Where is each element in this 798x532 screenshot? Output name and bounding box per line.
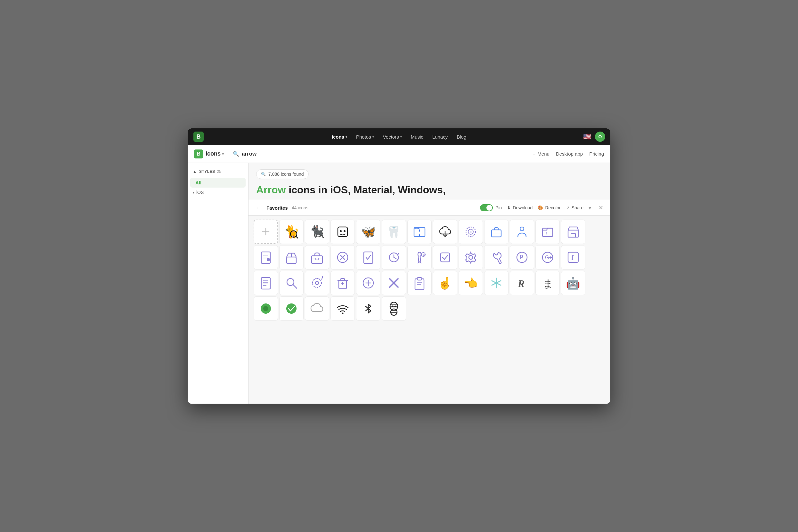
nav-photos[interactable]: Photos ▾ (356, 134, 374, 139)
chevron-down-icon: ▾ (222, 152, 224, 156)
icon-pin-settings[interactable]: ⚙ (407, 245, 432, 269)
icon-toolbox[interactable] (305, 245, 329, 269)
icon-music-folder[interactable]: ♪ (535, 220, 560, 244)
chevron-up-icon: ▲ (193, 169, 197, 174)
svg-text:⚙: ⚙ (423, 253, 425, 256)
svg-point-61 (315, 281, 319, 285)
svg-rect-32 (286, 257, 296, 263)
icon-clipboard[interactable] (407, 271, 432, 295)
toggle-knob (486, 205, 492, 211)
icon-verified[interactable] (279, 297, 303, 321)
icon-pinterest[interactable]: P (510, 245, 534, 269)
desktop-app-button[interactable]: Desktop app (556, 151, 583, 156)
nav-vectors[interactable]: Vectors ▾ (383, 134, 402, 139)
icon-x-cross[interactable] (382, 271, 406, 295)
icon-briefcase[interactable] (484, 220, 508, 244)
chevron-down-icon: ▾ (193, 191, 194, 194)
icon-letter-r[interactable]: R (510, 271, 534, 295)
add-icon-cell[interactable] (254, 220, 278, 244)
icon-mummy[interactable] (382, 297, 406, 321)
icon-letter-ma[interactable]: ま (535, 271, 560, 295)
icon-circle-plus[interactable] (356, 271, 381, 295)
icon-search-magnify[interactable] (279, 271, 303, 295)
icon-shop[interactable] (561, 220, 586, 244)
nav-icons[interactable]: Icons ▾ (332, 134, 347, 139)
sidebar-item-all[interactable]: All (190, 178, 246, 188)
icon-green-circle[interactable] (254, 297, 278, 321)
nav-lunacy[interactable]: Lunacy (432, 134, 448, 139)
icon-settings-gear[interactable] (459, 245, 483, 269)
icon-cloud[interactable] (305, 297, 329, 321)
sidebar-item-ios[interactable]: ▾ iOS (188, 188, 248, 197)
icon-hand-left[interactable]: 👈 (459, 271, 483, 295)
icon-robot-cute[interactable]: 🤖 (561, 271, 586, 295)
icon-box-open[interactable] (279, 245, 303, 269)
svg-text:f: f (571, 253, 574, 262)
icon-eye-rotate[interactable] (305, 271, 329, 295)
favorites-actions: Pin ⬇ Download 🎨 Recolor ↗ Share ▾ (480, 203, 605, 212)
svg-text:🤖: 🤖 (566, 276, 580, 290)
icon-google-plus[interactable]: G+ (535, 245, 560, 269)
svg-point-88 (391, 309, 397, 315)
icon-cloud-download[interactable] (433, 220, 457, 244)
pricing-button[interactable]: Pricing (589, 151, 604, 156)
svg-text:P: P (520, 254, 523, 261)
icon-bluetooth[interactable] (356, 297, 381, 321)
svg-rect-22 (542, 228, 553, 236)
close-button[interactable]: ✕ (596, 203, 605, 212)
icon-doc-check[interactable] (356, 245, 381, 269)
download-button[interactable]: ⬇ Download (507, 205, 533, 210)
icon-time-cycle[interactable] (382, 245, 406, 269)
more-options-button[interactable]: ▾ (589, 205, 591, 211)
icon-tooth[interactable]: 🦷 (382, 220, 406, 244)
icon-circle-x[interactable] (331, 245, 355, 269)
recolor-button[interactable]: 🎨 Recolor (538, 205, 560, 210)
icon-person[interactable] (510, 220, 534, 244)
svg-rect-52 (261, 278, 270, 289)
svg-rect-44 (441, 253, 450, 262)
icon-wifi[interactable] (331, 297, 355, 321)
search-icon: 🔍 (233, 151, 239, 157)
hamburger-icon: ≡ (533, 151, 536, 156)
favorites-bar: ← Favorites 44 icons Pin ⬇ Download (248, 200, 610, 216)
icon-robot-face[interactable] (331, 220, 355, 244)
topbar-nav: Icons ▾ Photos ▾ Vectors ▾ Music Lunacy … (332, 134, 467, 139)
icon-hand-point[interactable]: ☝️ (433, 271, 457, 295)
icon-butterfly[interactable]: 🦋 (356, 220, 381, 244)
icon-cat-search-1[interactable]: 🐈 (279, 220, 303, 244)
icons-brand[interactable]: B Icons ▾ (194, 150, 224, 158)
nav-music[interactable]: Music (411, 134, 423, 139)
styles-section-header[interactable]: ▲ STYLES 25 (188, 168, 248, 175)
icon-doc-list[interactable] (254, 271, 278, 295)
icons-grid: 🐈 🐈‍⬛ (254, 220, 605, 321)
icon-trash-plus[interactable] (331, 271, 355, 295)
app-window: B Icons ▾ Photos ▾ Vectors ▾ Music Lunac… (188, 128, 610, 404)
topbar-right: 🇺🇸 O (583, 132, 605, 142)
menu-button[interactable]: ≡ Menu (533, 151, 550, 156)
topbar-logo[interactable]: B (193, 131, 204, 142)
search-input[interactable] (242, 151, 425, 157)
results-header: 🔍 7,088 icons found Arrow icons in iOS, … (248, 163, 610, 200)
icon-facebook[interactable]: f (561, 245, 586, 269)
icon-cat-search-2[interactable]: 🐈‍⬛ (305, 220, 329, 244)
toggle-switch[interactable] (480, 204, 493, 211)
user-avatar[interactable]: O (595, 132, 605, 142)
icon-wrench[interactable] (484, 245, 508, 269)
nav-blog[interactable]: Blog (457, 134, 466, 139)
back-button[interactable]: ← (254, 203, 263, 212)
share-button[interactable]: ↗ Share (566, 205, 583, 210)
flag-icon[interactable]: 🇺🇸 (583, 133, 591, 140)
icon-checkbox[interactable] (433, 245, 457, 269)
search-icon-small: 🔍 (261, 172, 266, 176)
chevron-down-icon: ▾ (400, 135, 402, 139)
svg-rect-72 (417, 278, 422, 280)
download-icon: ⬇ (507, 205, 511, 210)
svg-text:ま: ま (543, 278, 553, 289)
icon-face-id[interactable]: ☺ (459, 220, 483, 244)
svg-point-94 (392, 306, 393, 307)
search-box: 🔍 (233, 151, 425, 157)
icon-doc-info[interactable]: ! (254, 245, 278, 269)
icon-book[interactable] (407, 220, 432, 244)
pin-toggle[interactable]: Pin (480, 204, 502, 211)
icon-asterisk[interactable] (484, 271, 508, 295)
